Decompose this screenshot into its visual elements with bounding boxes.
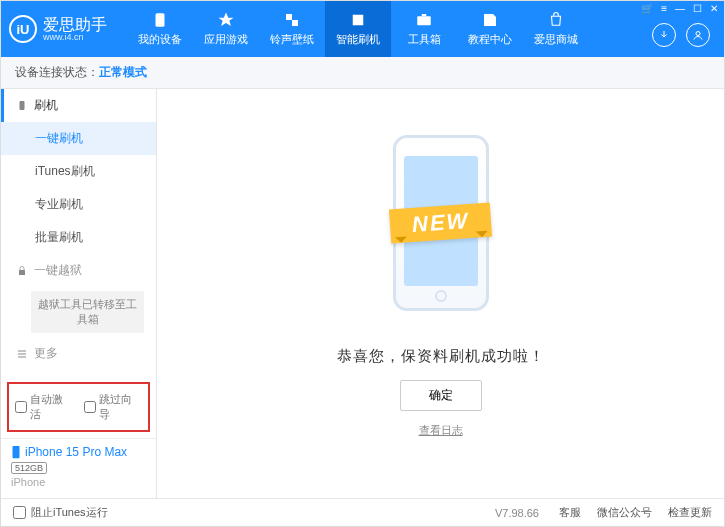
ok-button[interactable]: 确定 bbox=[400, 380, 482, 411]
svg-rect-3 bbox=[422, 14, 427, 16]
nav-icon-4 bbox=[415, 11, 433, 29]
new-badge: NEW bbox=[389, 203, 492, 244]
sidebar-section-0[interactable]: 刷机 bbox=[1, 89, 156, 122]
main-nav: 我的设备应用游戏铃声壁纸智能刷机工具箱教程中心爱思商城 bbox=[127, 1, 652, 57]
success-message: 恭喜您，保资料刷机成功啦！ bbox=[337, 347, 545, 366]
sidebar: 刷机一键刷机iTunes刷机专业刷机批量刷机一键越狱越狱工具已转移至工具箱更多其… bbox=[1, 89, 157, 498]
app-name: 爱思助手 bbox=[43, 17, 107, 33]
sidebar-item-0-2[interactable]: 专业刷机 bbox=[1, 188, 156, 221]
svg-rect-6 bbox=[19, 270, 25, 275]
nav-item-0[interactable]: 我的设备 bbox=[127, 1, 193, 57]
svg-rect-5 bbox=[20, 101, 25, 110]
nav-icon-5 bbox=[481, 11, 499, 29]
nav-item-3[interactable]: 智能刷机 bbox=[325, 1, 391, 57]
options-box: 自动激活 跳过向导 bbox=[7, 382, 150, 432]
close-icon[interactable]: ✕ bbox=[710, 3, 718, 14]
footer-link-support[interactable]: 客服 bbox=[559, 505, 581, 520]
sidebar-note: 越狱工具已转移至工具箱 bbox=[31, 291, 144, 333]
app-logo: iU 爱思助手 www.i4.cn bbox=[9, 15, 107, 43]
window-controls: 🛒 ≡ — ☐ ✕ bbox=[641, 3, 718, 14]
nav-item-6[interactable]: 爱思商城 bbox=[523, 1, 589, 57]
svg-rect-2 bbox=[417, 16, 431, 25]
device-type: iPhone bbox=[11, 476, 146, 488]
device-name[interactable]: iPhone 15 Pro Max bbox=[11, 445, 146, 459]
device-capacity: 512GB bbox=[11, 462, 47, 474]
nav-item-2[interactable]: 铃声壁纸 bbox=[259, 1, 325, 57]
skip-guide-checkbox[interactable]: 跳过向导 bbox=[84, 392, 143, 422]
nav-icon-2 bbox=[283, 11, 301, 29]
nav-item-5[interactable]: 教程中心 bbox=[457, 1, 523, 57]
sidebar-item-2-0[interactable]: 其他工具 bbox=[1, 370, 156, 376]
sidebar-item-0-1[interactable]: iTunes刷机 bbox=[1, 155, 156, 188]
user-button[interactable] bbox=[686, 23, 710, 47]
cart-icon[interactable]: 🛒 bbox=[641, 3, 653, 14]
flash-icon bbox=[16, 100, 28, 112]
status-prefix: 设备连接状态： bbox=[15, 64, 99, 81]
maximize-icon[interactable]: ☐ bbox=[693, 3, 702, 14]
footer-links: 客服 微信公众号 检查更新 bbox=[559, 505, 712, 520]
footer: 阻止iTunes运行 V7.98.66 客服 微信公众号 检查更新 bbox=[1, 498, 724, 526]
menu-icon[interactable]: ≡ bbox=[661, 3, 667, 14]
version-label: V7.98.66 bbox=[495, 507, 539, 519]
status-bar: 设备连接状态： 正常模式 bbox=[1, 57, 724, 89]
footer-link-update[interactable]: 检查更新 bbox=[668, 505, 712, 520]
nav-icon-0 bbox=[151, 11, 169, 29]
block-itunes-checkbox[interactable]: 阻止iTunes运行 bbox=[13, 505, 108, 520]
logo-icon: iU bbox=[9, 15, 37, 43]
nav-icon-6 bbox=[547, 11, 565, 29]
nav-icon-3 bbox=[349, 11, 367, 29]
sidebar-section-1[interactable]: 一键越狱 bbox=[1, 254, 156, 287]
auto-activate-checkbox[interactable]: 自动激活 bbox=[15, 392, 74, 422]
footer-link-wechat[interactable]: 微信公众号 bbox=[597, 505, 652, 520]
nav-icon-1 bbox=[217, 11, 235, 29]
sidebar-section-2[interactable]: 更多 bbox=[1, 337, 156, 370]
app-header: iU 爱思助手 www.i4.cn 我的设备应用游戏铃声壁纸智能刷机工具箱教程中… bbox=[1, 1, 724, 57]
view-log-link[interactable]: 查看日志 bbox=[419, 423, 463, 438]
device-info: iPhone 15 Pro Max 512GB iPhone bbox=[1, 438, 156, 498]
minimize-icon[interactable]: — bbox=[675, 3, 685, 14]
app-site: www.i4.cn bbox=[43, 33, 107, 42]
sidebar-item-0-3[interactable]: 批量刷机 bbox=[1, 221, 156, 254]
svg-rect-7 bbox=[13, 446, 20, 458]
status-mode: 正常模式 bbox=[99, 64, 147, 81]
nav-item-4[interactable]: 工具箱 bbox=[391, 1, 457, 57]
download-button[interactable] bbox=[652, 23, 676, 47]
phone-icon bbox=[11, 445, 21, 459]
nav-item-1[interactable]: 应用游戏 bbox=[193, 1, 259, 57]
svg-point-4 bbox=[696, 32, 700, 36]
main-panel: NEW 恭喜您，保资料刷机成功啦！ 确定 查看日志 bbox=[157, 89, 724, 498]
svg-rect-0 bbox=[156, 13, 165, 27]
sidebar-item-0-0[interactable]: 一键刷机 bbox=[1, 122, 156, 155]
success-illustration: NEW bbox=[351, 123, 531, 323]
